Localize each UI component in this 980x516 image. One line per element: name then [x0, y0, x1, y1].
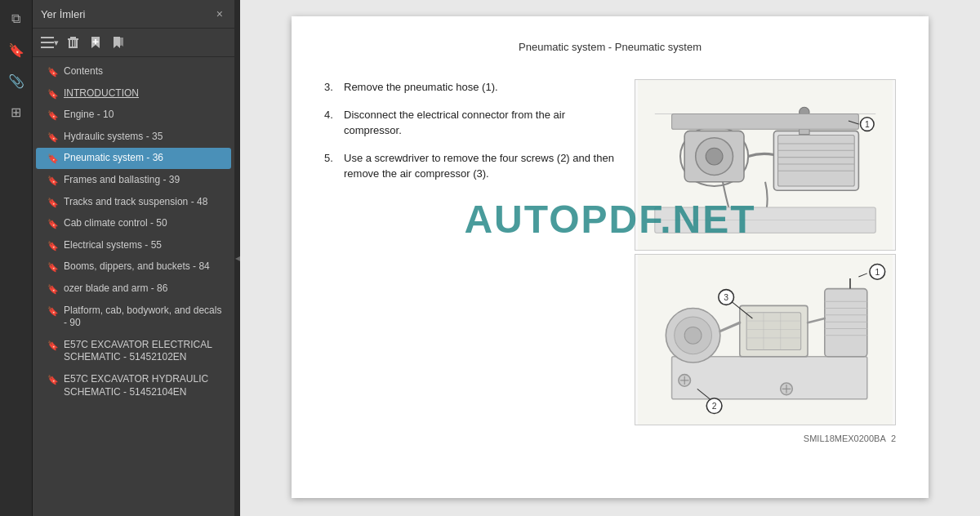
bookmark-item-9[interactable]: 🔖Booms, dippers, and buckets - 84 [36, 256, 231, 278]
delete-bookmark-button[interactable] [62, 32, 83, 53]
left-toolbar: ⧉ 🔖 📎 ⊞ [0, 0, 33, 516]
bookmark-item-11[interactable]: 🔖Platform, cab, bodywork, and decals - 9… [36, 300, 231, 334]
document-steps: 3.Remove the pneumatic hose (1).4.Discon… [324, 79, 618, 182]
bookmark-item-13[interactable]: 🔖E57C EXCAVATOR HYDRAULIC SCHEMATIC - 51… [36, 369, 231, 403]
bookmark-icon-2: 🔖 [47, 109, 59, 121]
bookmark-item-8[interactable]: 🔖Electrical systems - 55 [36, 235, 231, 256]
document-header: Pneumatic system - Pneumatic system [324, 41, 896, 60]
bookmark-label-4: Pneumatic system - 36 [64, 152, 223, 165]
step-number-0: 3. [324, 79, 337, 96]
bookmark-item-5[interactable]: 🔖Frames and ballasting - 39 [36, 170, 231, 191]
page-number: 2 [891, 434, 896, 443]
bookmark-icon-9: 🔖 [47, 261, 59, 273]
bookmark-icon-12: 🔖 [47, 340, 59, 351]
bookmark-item-1[interactable]: 🔖INTRODUCTION [36, 83, 231, 105]
svg-rect-28 [672, 114, 859, 130]
bookmark-list: 🔖Contents🔖INTRODUCTION🔖Engine - 10🔖Hydra… [33, 57, 234, 516]
bookmark-label-2: Engine - 10 [64, 109, 223, 122]
document-text: 3.Remove the pneumatic hose (1).4.Discon… [324, 79, 618, 443]
svg-point-27 [706, 148, 723, 165]
document-page: Pneumatic system - Pneumatic system 3.Re… [292, 16, 929, 498]
svg-point-59 [684, 327, 702, 344]
image-ref: SMIL18MEX0200BA [804, 434, 886, 443]
bookmark-label-7: Cab climate control - 50 [64, 217, 223, 230]
bookmark-item-3[interactable]: 🔖Hydraulic systems - 35 [36, 127, 231, 148]
panel-toolbar: ▾ [33, 29, 234, 57]
manage-bookmarks-button[interactable] [108, 32, 129, 53]
bookmarks-panel: Yer İmleri × ▾ [33, 0, 235, 516]
svg-text:2: 2 [712, 402, 717, 411]
document-content: 3.Remove the pneumatic hose (1).4.Discon… [324, 79, 896, 443]
attachments-icon[interactable]: 📎 [4, 69, 29, 93]
bookmark-icon-5: 🔖 [47, 175, 59, 186]
svg-rect-4 [70, 37, 76, 38]
bookmark-label-9: Booms, dippers, and buckets - 84 [64, 260, 223, 274]
diagram-bottom: 1 3 [635, 254, 896, 425]
bookmark-item-12[interactable]: 🔖E57C EXCAVATOR ELECTRICAL SCHEMATIC - 5… [36, 335, 231, 368]
main-content: Pneumatic system - Pneumatic system 3.Re… [240, 0, 980, 516]
bookmark-icon-8: 🔖 [47, 240, 59, 251]
bookmark-item-4[interactable]: 🔖Pneumatic system - 36 [36, 148, 231, 169]
diagram-top: 1 [635, 79, 896, 251]
pages-icon[interactable]: ⧉ [4, 7, 29, 31]
step-text-1: Disconnect the electrical connector from… [344, 107, 618, 139]
step-number-1: 4. [324, 107, 337, 123]
svg-text:1: 1 [875, 268, 880, 277]
panel-close-button[interactable]: × [213, 7, 226, 21]
bookmark-label-1: INTRODUCTION [64, 87, 223, 100]
step-text-2: Use a screwdriver to remove the four scr… [344, 150, 618, 182]
svg-rect-3 [68, 38, 78, 40]
svg-rect-15 [778, 136, 855, 186]
svg-rect-35 [672, 357, 867, 399]
step-item-2: 5.Use a screwdriver to remove the four s… [324, 150, 618, 182]
bookmark-item-6[interactable]: 🔖Tracks and track suspension - 48 [36, 192, 231, 213]
step-number-2: 5. [324, 150, 337, 167]
svg-text:3: 3 [724, 293, 728, 302]
step-item-1: 4.Disconnect the electrical connector fr… [324, 107, 618, 139]
panel-title: Yer İmleri [41, 8, 85, 20]
doc-footer: SMIL18MEX0200BA 2 [635, 434, 896, 443]
bookmark-icon-7: 🔖 [47, 218, 59, 229]
bookmark-label-13: E57C EXCAVATOR HYDRAULIC SCHEMATIC - 514… [64, 373, 223, 398]
bookmark-icon-3: 🔖 [47, 131, 59, 143]
bookmark-icon-10: 🔖 [47, 283, 59, 295]
bookmark-label-8: Electrical systems - 55 [64, 239, 223, 252]
svg-rect-36 [825, 289, 867, 357]
bookmarks-icon[interactable]: 🔖 [4, 38, 29, 62]
svg-rect-9 [74, 40, 76, 47]
list-view-button[interactable]: ▾ [39, 32, 60, 53]
bookmark-icon-11: 🔖 [47, 305, 59, 317]
bookmark-item-7[interactable]: 🔖Cab climate control - 50 [36, 213, 231, 234]
bookmark-label-5: Frames and ballasting - 39 [64, 174, 223, 187]
layers-icon[interactable]: ⊞ [4, 100, 29, 124]
svg-rect-1 [41, 42, 54, 43]
bookmark-icon-0: 🔖 [47, 66, 59, 78]
bookmark-label-11: Platform, cab, bodywork, and decals - 90 [64, 305, 223, 330]
step-text-0: Remove the pneumatic hose (1). [344, 79, 618, 96]
svg-rect-7 [69, 47, 78, 48]
bookmark-label-6: Tracks and track suspension - 48 [64, 196, 223, 209]
bookmark-label-12: E57C EXCAVATOR ELECTRICAL SCHEMATIC - 51… [64, 339, 223, 364]
bookmark-label-3: Hydraulic systems - 35 [64, 131, 223, 144]
svg-rect-48 [746, 313, 801, 350]
svg-rect-0 [41, 37, 54, 38]
bookmark-label-10: ozer blade and arm - 86 [64, 282, 223, 296]
add-bookmark-button[interactable] [85, 32, 106, 53]
bookmark-item-2[interactable]: 🔖Engine - 10 [36, 105, 231, 126]
bookmark-item-10[interactable]: 🔖ozer blade and arm - 86 [36, 278, 231, 300]
bookmark-label-0: Contents [64, 65, 223, 78]
svg-rect-8 [72, 40, 74, 47]
step-item-0: 3.Remove the pneumatic hose (1). [324, 79, 618, 96]
document-images: 1 [635, 79, 896, 443]
bookmark-icon-4: 🔖 [47, 153, 59, 164]
panel-header: Yer İmleri × [33, 0, 234, 29]
svg-rect-2 [41, 47, 54, 48]
bookmark-icon-13: 🔖 [47, 374, 59, 385]
svg-text:1: 1 [865, 120, 870, 129]
bookmark-icon-6: 🔖 [47, 197, 59, 208]
bookmark-item-0[interactable]: 🔖Contents [36, 61, 231, 82]
svg-rect-11 [93, 42, 99, 43]
bookmark-icon-1: 🔖 [47, 88, 59, 100]
